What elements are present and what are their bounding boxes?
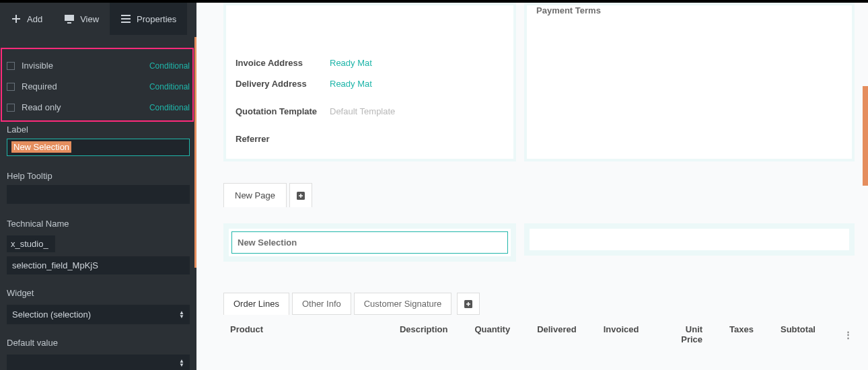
tab-view[interactable]: View [53, 3, 110, 35]
new-selection-label: New Selection [231, 231, 508, 254]
properties-sidebar: Add View Properties Invisible Conditiona… [0, 3, 196, 370]
check-required-label: Required [22, 81, 149, 91]
tab-properties-label: Properties [137, 14, 176, 24]
order-lines-header: Product Description Quantity Delivered I… [223, 315, 855, 344]
col-quantity: Quantity [474, 324, 510, 344]
col-unit-price: Unit Price [665, 324, 702, 344]
referrer-label: Referrer [236, 134, 330, 144]
checkbox-readonly[interactable] [7, 104, 15, 112]
tab-view-label: View [80, 14, 99, 24]
help-tooltip-title: Help Tooltip [0, 164, 196, 185]
form-left-column[interactable]: Invoice Address Ready Mat Delivery Addre… [223, 3, 516, 161]
sidebar-tabs: Add View Properties [0, 3, 196, 35]
more-columns-icon[interactable]: ⋮ [842, 324, 855, 344]
payment-terms-label: Payment Terms [536, 5, 842, 15]
quotation-template-label: Quotation Template [236, 106, 330, 116]
widget-title: Widget [0, 281, 196, 302]
col-product: Product [230, 324, 293, 344]
conditional-required[interactable]: Conditional [149, 82, 190, 91]
conditional-readonly[interactable]: Conditional [149, 103, 190, 112]
form-right-column[interactable]: Payment Terms [524, 3, 855, 161]
default-value-select[interactable]: ▲▼ [7, 355, 190, 370]
technical-prefix-input[interactable]: x_studio_ [7, 235, 55, 252]
check-invisible-label: Invisible [22, 61, 149, 71]
tab-customer-signature[interactable]: Customer Signature [354, 293, 452, 315]
tab-order-lines[interactable]: Order Lines [223, 293, 289, 315]
tab-add[interactable]: Add [0, 3, 53, 35]
check-readonly-label: Read only [22, 102, 149, 112]
add-page-tab[interactable] [289, 183, 312, 207]
tab-other-info[interactable]: Other Info [292, 293, 351, 315]
widget-select-value: Selection (selection) [12, 309, 91, 320]
select-caret-icon: ▲▼ [179, 311, 184, 319]
col-subtotal: Subtotal [781, 324, 816, 344]
check-invisible-row: Invisible Conditional [0, 55, 196, 76]
widget-select[interactable]: Selection (selection) ▲▼ [7, 305, 190, 324]
new-selection-field[interactable]: New Selection [223, 223, 516, 262]
col-description: Description [320, 324, 447, 344]
conditional-invisible[interactable]: Conditional [149, 61, 190, 71]
label-input-value: New Selection [11, 141, 71, 153]
plus-icon [11, 13, 22, 24]
checkbox-required[interactable] [7, 83, 15, 91]
checkbox-invisible[interactable] [7, 62, 15, 70]
invoice-address-value[interactable]: Ready Mat [330, 58, 372, 68]
select-caret-icon: ▲▼ [179, 359, 184, 367]
plus-square-icon [464, 300, 472, 308]
check-required-row: Required Conditional [0, 76, 196, 97]
right-scroll-indicator [863, 86, 868, 186]
col-delivered: Delivered [537, 324, 577, 344]
delivery-address-value[interactable]: Ready Mat [330, 79, 372, 89]
col-taxes: Taxes [729, 324, 754, 344]
check-readonly-row: Read only Conditional [0, 97, 196, 118]
col-invoiced: Invoiced [604, 324, 639, 344]
tab-properties[interactable]: Properties [110, 3, 187, 35]
monitor-icon [64, 13, 75, 24]
quotation-template-value[interactable]: Default Template [330, 106, 395, 116]
delivery-address-label: Delivery Address [236, 79, 330, 89]
label-input[interactable]: New Selection [7, 139, 190, 156]
help-tooltip-input[interactable] [7, 185, 190, 204]
plus-square-icon [297, 192, 305, 200]
tab-add-label: Add [27, 14, 42, 24]
invoice-address-label: Invoice Address [236, 58, 330, 68]
properties-icon [120, 13, 131, 24]
new-page-tab[interactable]: New Page [223, 183, 287, 207]
technical-name-title: Technical Name [0, 212, 196, 233]
technical-name-input[interactable]: selection_field_MpKjS [7, 256, 190, 274]
add-detail-tab[interactable] [457, 293, 480, 315]
empty-field-drop[interactable] [524, 223, 855, 256]
form-editor: Invoice Address Ready Mat Delivery Addre… [196, 3, 868, 370]
label-title: Label [0, 118, 196, 139]
default-value-title: Default value [0, 331, 196, 352]
